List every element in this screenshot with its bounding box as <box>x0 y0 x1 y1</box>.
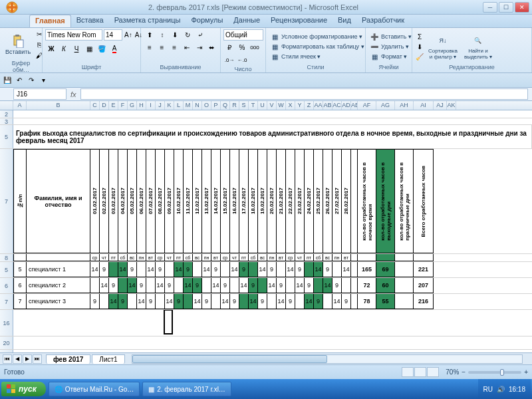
system-tray[interactable]: RU 🔊 16:18 <box>478 379 531 399</box>
decrease-decimal-button[interactable]: ←.0 <box>236 55 248 66</box>
qat-more-icon[interactable]: ▾ <box>39 76 48 85</box>
styles-group-label: Стили <box>269 64 362 71</box>
windows-logo-icon <box>7 384 16 394</box>
column-headers[interactable]: ABCDEFGHIJKLMNOPQRSTUVWXYZAAABACADAEAFAG… <box>0 101 532 110</box>
orientation-button[interactable]: ↻ <box>182 29 194 41</box>
fx-icon[interactable]: fx <box>70 90 76 98</box>
italic-button[interactable]: К <box>58 43 70 55</box>
styles-icon: ▦ <box>270 52 279 61</box>
save-icon[interactable]: 💾 <box>3 76 12 85</box>
merge-button[interactable]: ⬌ <box>205 42 217 53</box>
font-size-select[interactable] <box>104 29 122 41</box>
align-bottom-button[interactable]: ⬇ <box>169 29 181 41</box>
taskbar: пуск 🌐Ответы Mail.Ru - Go… ▦2. февраль 2… <box>0 379 532 399</box>
view-normal-button[interactable] <box>402 367 414 377</box>
percent-button[interactable]: % <box>236 42 248 53</box>
tab-formulas[interactable]: Формулы <box>186 15 228 27</box>
paste-button[interactable]: Вставить <box>3 33 33 57</box>
wrap-text-button[interactable]: ⤶ <box>194 29 206 41</box>
format-cells-button[interactable]: ▦Формат ▾ <box>368 52 413 61</box>
tab-review[interactable]: Рецензирование <box>265 15 332 27</box>
redo-icon[interactable]: ↷ <box>27 76 36 85</box>
font-color-button[interactable]: A <box>108 43 120 55</box>
ribbon-tabs: Главная Вставка Разметка страницы Формул… <box>0 15 532 28</box>
svg-rect-5 <box>15 35 19 37</box>
align-top-button[interactable]: ⬆ <box>144 29 156 41</box>
tray-lang[interactable]: RU <box>483 386 493 393</box>
align-left-button[interactable]: ≡ <box>144 42 156 53</box>
worksheet-grid[interactable]: 2 3 5 График выхода специалистов по серт… <box>0 110 532 374</box>
cond-format-icon: ▦ <box>270 32 279 41</box>
cell-styles-button[interactable]: ▦Стили ячеек ▾ <box>269 52 366 61</box>
zoom-slider[interactable] <box>468 371 521 374</box>
delete-cells-button[interactable]: ➖Удалить ▾ <box>368 42 413 51</box>
close-button[interactable]: ✕ <box>515 2 529 13</box>
tab-home[interactable]: Главная <box>29 15 71 27</box>
fill-color-button[interactable]: 🪣 <box>96 43 108 55</box>
sheet-nav-next[interactable]: ▶ <box>23 354 32 364</box>
currency-button[interactable]: ₽ <box>223 42 235 53</box>
editing-group-label: Редактирование <box>415 64 529 71</box>
align-group-label: Выравнивание <box>144 64 217 71</box>
zoom-out-button[interactable]: − <box>462 368 466 376</box>
svg-rect-7 <box>7 384 11 388</box>
tab-insert[interactable]: Вставка <box>71 15 109 27</box>
sort-filter-button[interactable]: Я↓ Сортировка и фильтр ▾ <box>426 33 460 61</box>
undo-icon[interactable]: ↶ <box>15 76 24 85</box>
start-button[interactable]: пуск <box>1 382 46 396</box>
find-icon: 🔍 <box>471 34 485 47</box>
number-format-select[interactable] <box>223 29 263 41</box>
bold-button[interactable]: Ж <box>45 43 57 55</box>
align-middle-button[interactable]: ↕ <box>156 29 168 41</box>
comma-button[interactable]: 000 <box>249 42 261 53</box>
office-button[interactable] <box>0 0 24 15</box>
view-page-break-button[interactable] <box>427 367 439 377</box>
taskbar-item-excel[interactable]: ▦2. февраль 2017 г.xl… <box>142 382 231 396</box>
tab-layout[interactable]: Разметка страницы <box>109 15 186 27</box>
sheet-nav-last[interactable]: ⏭ <box>33 354 42 364</box>
conditional-formatting-button[interactable]: ▦Условное форматирование ▾ <box>269 32 366 41</box>
title-bar: 2. февраль 2017 г.xls [Режим совместимос… <box>0 0 532 15</box>
align-right-button[interactable]: ≡ <box>168 42 180 53</box>
sort-icon: Я↓ <box>436 34 450 47</box>
autosum-icon[interactable]: Σ <box>415 32 424 41</box>
view-page-layout-button[interactable] <box>414 367 426 377</box>
number-group-label: Число <box>223 66 263 73</box>
sheet-tab-list1[interactable]: Лист1 <box>92 354 124 364</box>
insert-cells-button[interactable]: ➕Вставить ▾ <box>368 32 413 41</box>
grow-font-button[interactable]: A↑ <box>124 29 133 41</box>
format-as-table-button[interactable]: ▦Форматировать как таблицу ▾ <box>269 42 366 51</box>
clear-icon[interactable]: 🧹 <box>415 52 424 61</box>
indent-inc-button[interactable]: ⇥ <box>194 42 205 53</box>
tab-data[interactable]: Данные <box>228 15 265 27</box>
sheet-nav-first[interactable]: ⏮ <box>3 354 12 364</box>
zoom-in-button[interactable]: + <box>524 368 528 376</box>
sheet-tab-feb2017[interactable]: фев 2017 <box>46 354 90 364</box>
sheet-nav-prev[interactable]: ◀ <box>13 354 22 364</box>
tab-view[interactable]: Вид <box>332 15 356 27</box>
window-title: 2. февраль 2017 г.xls [Режим совместимос… <box>24 3 483 11</box>
horizontal-scrollbar[interactable] <box>132 354 523 364</box>
underline-button[interactable]: Ч <box>70 43 82 55</box>
formula-input[interactable] <box>80 88 528 100</box>
tab-developer[interactable]: Разработчик <box>356 15 410 27</box>
taskbar-item-browser[interactable]: 🌐Ответы Mail.Ru - Go… <box>49 382 140 396</box>
border-button[interactable]: ▦ <box>83 43 95 55</box>
tray-clock[interactable]: 16:18 <box>509 386 525 393</box>
ribbon: Вставить ✂ ⎘ 🖌 Буфер обм… A↑ A↓ Ж К Ч ▦ <box>0 28 532 73</box>
name-box[interactable]: J16 <box>13 88 66 100</box>
paste-icon <box>11 35 25 48</box>
tray-volume-icon[interactable]: 🔊 <box>497 386 505 393</box>
minimize-button[interactable]: ─ <box>483 2 497 13</box>
sheet-tab-bar: ⏮ ◀ ▶ ⏭ фев 2017 Лист1 <box>0 352 532 364</box>
cell-cursor <box>164 310 173 334</box>
increase-decimal-button[interactable]: .0→ <box>223 55 235 66</box>
font-name-select[interactable] <box>45 29 102 41</box>
delete-icon: ➖ <box>370 42 379 51</box>
maximize-button[interactable]: ☐ <box>499 2 513 13</box>
fill-icon[interactable]: ⬇ <box>415 42 424 51</box>
browser-icon: 🌐 <box>55 386 63 393</box>
find-select-button[interactable]: 🔍 Найти и выделить ▾ <box>462 33 495 61</box>
align-center-button[interactable]: ≡ <box>156 42 168 53</box>
indent-dec-button[interactable]: ⇤ <box>181 42 193 53</box>
